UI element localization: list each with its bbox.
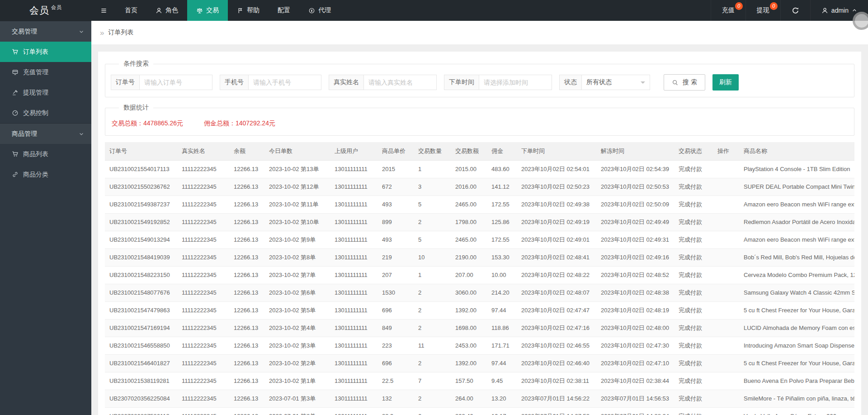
cell-order-no: UB2310021549192852 [105,213,177,231]
cell-unfreeze-time: 2023年10月02日 02:50:09 [596,196,674,213]
nav-item-label: 代理 [318,6,331,14]
cell-balance: 12266.13 [229,284,264,301]
scales-icon [196,7,203,14]
cell-real-name: 11112222345 [177,266,229,284]
cell-quantity: 1 [414,160,451,178]
cell-unfreeze-time: 2023年10月02日 02:48:00 [596,319,674,337]
sidebar-item-product-list[interactable]: 商品列表 [0,144,91,164]
column-header-today-count: 今日单数 [264,142,330,160]
sidebar-item-recharge-management[interactable]: 充值管理 [0,62,91,82]
cell-parent-user: 13011111111 [330,213,377,231]
cell-order-time: 2023年10月02日 02:47:16 [517,319,596,337]
cell-status: 完成付款 [674,196,713,213]
status-group: 状态 所有状态 [559,75,650,90]
cell-unfreeze-time: 2023年10月02日 02:48:19 [596,301,674,319]
sidebar-item-order-list[interactable]: 订单列表 [0,42,91,62]
status-label: 状态 [559,75,581,90]
cell-quantity: 3 [414,178,451,196]
cell-today-count: 2023-10-02 第12单 [264,178,330,196]
cell-commission: 118.86 [487,319,517,337]
cell-unfreeze-time: 2023年10月02日 02:54:39 [596,160,674,178]
nav-item-home[interactable]: 首页 [116,0,146,21]
cell-action [713,407,739,415]
order-no-label: 订单号 [111,75,139,90]
cell-status: 完成付款 [674,319,713,337]
sidebar-item-product-category[interactable]: 商品分类 [0,164,91,185]
order-no-input[interactable] [139,75,212,90]
cell-product-name: SmileMore - Té Piñalim con piña, linaza,… [739,390,854,407]
cell-unit-price: 696 [377,301,414,319]
refresh-button[interactable] [780,0,810,21]
nav-item-config[interactable]: 配置 [269,0,299,21]
search-button[interactable]: 搜 索 [664,74,705,91]
nav-item-agent[interactable]: 代理 [299,0,340,21]
floating-circle-button[interactable] [853,12,868,30]
cell-status: 完成付款 [674,301,713,319]
column-header-product-name: 商品名称 [739,142,854,160]
table-row: UB23100215502367621111222234512266.13202… [105,178,854,196]
real-name-input[interactable] [363,75,437,90]
cell-today-count: 2023-10-02 第4单 [264,319,330,337]
nav-item-trade[interactable]: 交易 [187,0,228,21]
cell-unfreeze-time: 2023年10月02日 02:47:30 [596,337,674,354]
sidebar-item-withdraw-management[interactable]: 提现管理 [0,82,91,103]
cell-commission: 171.71 [487,337,517,354]
order-no-group: 订单号 [111,75,212,90]
cell-order-no: UB2310021546558850 [105,337,177,354]
main-content: » 订单列表 条件搜索 订单号 手机号 真实姓名 下单时间 [91,21,868,415]
cell-parent-user: 13011111111 [330,301,377,319]
cell-quantity: 10 [414,248,451,266]
cell-real-name: 11112222345 [177,160,229,178]
cell-unit-price: 132 [377,390,414,407]
chevron-down-icon [79,29,84,34]
menu-toggle-icon[interactable] [91,0,116,21]
cell-parent-user: 13011111111 [330,337,377,354]
sidebar-section-product-management[interactable]: 商品管理 [0,123,91,144]
app-logo[interactable]: 会员会员 [0,0,91,21]
table-header-row: 订单号真实姓名余额今日单数上级用户商品单价交易数量交易数额佣金下单时间解冻时间交… [105,142,854,160]
cell-balance: 12266.13 [229,372,264,390]
stats-fieldset: 数据统计 交易总额：4478865.26元 佣金总额：1407292.24元 [105,104,854,136]
nav-withdraw-label: 提现 [757,6,769,14]
nav-withdraw-link[interactable]: 提现 0 [745,0,780,21]
cell-action [713,196,739,213]
breadcrumb-chevrons-icon: » [100,29,104,37]
order-time-input[interactable] [479,75,552,90]
cell-action [713,284,739,301]
nav-item-label: 首页 [125,6,137,14]
total-amount: 交易总额：4478865.26元 [112,119,183,128]
refresh-list-button[interactable]: 刷新 [712,74,739,91]
cell-order-no: UB2310021548419039 [105,248,177,266]
cell-commission: 172.55 [487,196,517,213]
cell-order-time: 2023年10月02日 02:50:23 [517,178,596,196]
table-row: UB23100215540171131111222234512266.13202… [105,160,854,178]
sidebar-item-trade-control[interactable]: 交易控制 [0,103,91,123]
nav-recharge-label: 充值 [722,6,735,14]
cell-real-name: 11112222345 [177,337,229,354]
cell-unfreeze-time: 2023年10月02日 02:48:52 [596,266,674,284]
cell-product-name: Bueno Avena En Polvo Para Preparar Bebid… [739,372,854,390]
cell-amount: 1698.00 [451,319,487,337]
nav-recharge-link[interactable]: 充值 0 [711,0,745,21]
cell-status: 完成付款 [674,372,713,390]
table-row: UB23100215484190391111222234512266.13202… [105,248,854,266]
nav-item-roles[interactable]: 角色 [146,0,187,21]
cell-unit-price: 207 [377,266,414,284]
phone-input[interactable] [248,75,321,90]
cell-real-name: 11112222345 [177,372,229,390]
cell-today-count: 2023-10-02 第1单 [264,372,330,390]
cell-product-name: PlayStation 4 Console - 1TB Slim Edition [739,160,854,178]
status-select[interactable]: 所有状态 [581,75,650,90]
cart-icon [12,151,19,157]
sidebar-section-trade-management[interactable]: 交易管理 [0,21,91,42]
table-row: UB23100215490132941111222234512266.13202… [105,231,854,248]
cell-real-name: 11112222345 [177,319,229,337]
nav-item-help[interactable]: 帮助 [228,0,269,21]
cell-unit-price: 33.9 [377,407,414,415]
table-row: UB23070203562250841111222234512266.13202… [105,390,854,407]
cell-status: 完成付款 [674,284,713,301]
cell-commission: 13.20 [487,390,517,407]
cell-balance: 12266.13 [229,337,264,354]
cell-order-time: 2023年07月01日 14:56:22 [517,390,596,407]
cell-commission: 97.44 [487,301,517,319]
